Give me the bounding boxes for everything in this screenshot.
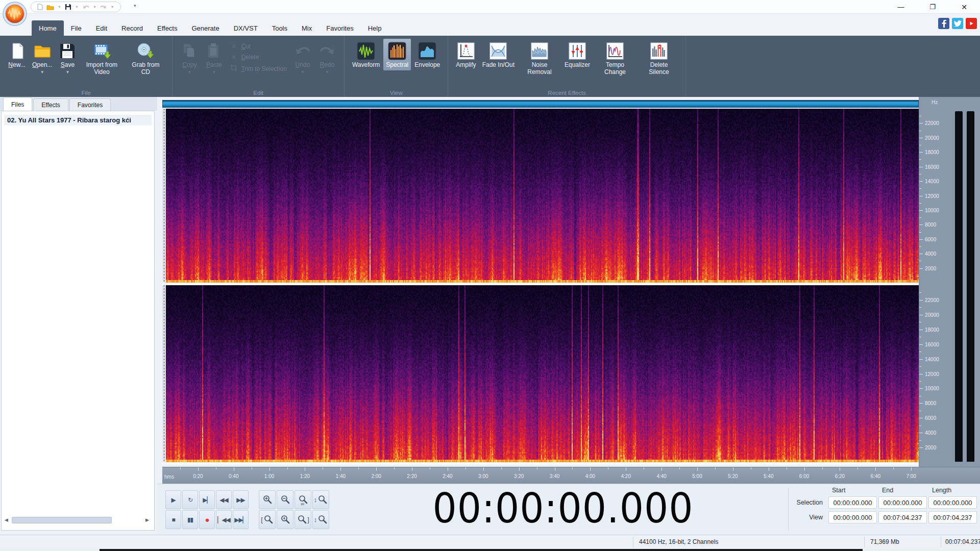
open-small-icon[interactable]	[46, 4, 54, 10]
selection-value-field[interactable]: 00:00:00.000	[928, 496, 977, 509]
scroll-left-arrow-icon[interactable]: ◀	[5, 517, 11, 522]
dropdown-caret-icon[interactable]: ▼	[40, 70, 44, 74]
tab-tools[interactable]: Tools	[265, 20, 295, 36]
tab-mix[interactable]: Mix	[295, 20, 319, 36]
fast-forward-button[interactable]: ▶▶	[233, 490, 249, 509]
tab-help[interactable]: Help	[361, 20, 389, 36]
redo-dropdown-caret[interactable]: ▼	[111, 5, 114, 9]
tab-record[interactable]: Record	[114, 20, 150, 36]
selection-value-field[interactable]: 00:00:00.000	[828, 496, 877, 509]
dropdown-caret-icon[interactable]: ▼	[187, 70, 191, 74]
rewind-button[interactable]: ◀◀	[216, 490, 232, 509]
go-to-end-button[interactable]: ▶▶▏	[233, 510, 249, 529]
dropdown-caret-icon[interactable]: ▼	[212, 70, 216, 74]
ribbon-button-equalizer[interactable]: Equalizer	[562, 39, 593, 70]
dropdown-caret-icon[interactable]: ▼	[301, 70, 305, 74]
new-file-small-icon[interactable]	[37, 4, 43, 10]
ribbon-button-amplify[interactable]: Amplify	[453, 39, 478, 70]
pause-button[interactable]: ▮▮	[182, 510, 198, 529]
dropdown-caret-icon[interactable]: ▼	[65, 70, 69, 74]
app-logo-icon[interactable]	[2, 1, 28, 27]
time-major-tick	[270, 467, 270, 471]
tempo-icon	[606, 40, 624, 62]
spectrogram-left-channel[interactable]	[162, 109, 919, 283]
freq-minor-tick	[919, 440, 921, 441]
redo-small-icon[interactable]	[100, 4, 107, 10]
tab-effects[interactable]: Effects	[150, 20, 185, 36]
ribbon-button-redo[interactable]: Redo▼	[315, 39, 339, 76]
selection-value-field[interactable]: 00:00:00.000	[878, 496, 927, 509]
view-value-field[interactable]: 00:07:04.237	[878, 511, 927, 523]
scroll-right-arrow-icon[interactable]: ▶	[143, 517, 149, 522]
time-major-tick	[697, 467, 698, 471]
record-button[interactable]: ●	[199, 510, 215, 529]
ribbon-button-tempo-change[interactable]: Tempo Change	[594, 39, 636, 78]
ribbon-item-cut[interactable]: ✕Cut	[230, 43, 287, 50]
close-button[interactable]: ✕	[948, 0, 980, 14]
stop-button[interactable]: ■	[165, 510, 181, 529]
ribbon-button-save[interactable]: Save▼	[56, 39, 79, 76]
ribbon-button-envelope[interactable]: Envelope	[412, 39, 443, 70]
minimize-button[interactable]: —	[885, 0, 917, 14]
loop-button[interactable]: ↻	[182, 490, 198, 509]
save-dropdown-caret[interactable]: ▼	[75, 5, 79, 9]
view-value-field[interactable]: 00:07:04.237	[928, 511, 977, 523]
ribbon-button-undo[interactable]: Undo▼	[291, 39, 314, 76]
svg-text:100: 100	[301, 503, 304, 505]
ribbon-button-noise-removal[interactable]: Noise Removal	[518, 39, 561, 78]
zoom-to-selection-button[interactable]	[277, 510, 293, 529]
time-display: 00:00:00.000	[425, 483, 700, 533]
tab-file[interactable]: File	[64, 20, 89, 36]
youtube-icon[interactable]	[966, 18, 977, 29]
ribbon-button-waveform[interactable]: Waveform	[350, 39, 382, 70]
ribbon-button-fade-in-out[interactable]: Fade In/Out	[480, 39, 517, 70]
tab-dx-vst[interactable]: DX/VST	[227, 20, 265, 36]
zoom-vertical-out-button[interactable]: ↕	[312, 510, 329, 529]
go-to-start-button[interactable]: ▏◀◀	[216, 510, 232, 529]
ribbon-item-trim-to-selection[interactable]: Trim to Selection	[230, 64, 287, 73]
ribbon-button-import-from-video[interactable]: Import from Video	[80, 39, 123, 78]
zoom-selection-start-button[interactable]: [	[259, 510, 276, 529]
dropdown-caret-icon[interactable]: ▼	[325, 70, 329, 74]
open-dropdown-caret[interactable]: ▼	[58, 5, 61, 9]
zoom-out-button[interactable]	[277, 490, 293, 509]
zoom-selection-end-button[interactable]: ]	[295, 510, 311, 529]
time-ruler[interactable]: hms 0:200:401:001:201:402:002:202:403:00…	[162, 467, 980, 484]
freq-tick	[919, 196, 923, 196]
file-list-item[interactable]: 02. Yu All Stars 1977 - Ribara starog kć…	[4, 115, 152, 126]
panel-tab-effects[interactable]: Effects	[33, 98, 68, 111]
undo-dropdown-caret[interactable]: ▼	[93, 5, 96, 9]
file-list-hscrollbar[interactable]: ◀ ▶	[5, 516, 149, 524]
twitter-icon[interactable]	[952, 18, 963, 29]
time-minor-tick	[822, 467, 823, 469]
undo-small-icon[interactable]	[82, 4, 89, 10]
ribbon-item-delete[interactable]: ✕Delete	[230, 54, 287, 61]
play-to-next-button[interactable]: ▶▏	[199, 490, 215, 509]
scrollbar-thumb[interactable]	[12, 517, 112, 523]
ribbon-button-paste[interactable]: Paste▼	[202, 39, 226, 76]
restore-button[interactable]: ❐	[917, 0, 948, 14]
panel-tab-favorites[interactable]: Favorites	[69, 98, 111, 111]
customize-quick-access-caret[interactable]: ▾	[134, 3, 136, 8]
ribbon-button-new-[interactable]: New...	[5, 39, 29, 70]
ribbon-button-open-[interactable]: Open...▼	[30, 39, 55, 76]
tab-edit[interactable]: Edit	[89, 20, 114, 36]
tab-favorites[interactable]: Favorites	[319, 20, 360, 36]
view-value-field[interactable]: 00:00:00.000	[828, 511, 877, 523]
ribbon-button-grab-from-cd[interactable]: Grab from CD	[124, 39, 167, 78]
ribbon-button-delete-silence[interactable]: Delete Silence	[638, 39, 680, 78]
zoom-vertical-in-button[interactable]: ↕	[312, 490, 329, 509]
zoom-in-button[interactable]	[259, 490, 276, 509]
tab-generate[interactable]: Generate	[184, 20, 226, 36]
ribbon-button-spectral[interactable]: Spectral	[383, 39, 411, 70]
panel-tab-files[interactable]: Files	[3, 97, 32, 111]
overview-seek-bar[interactable]	[162, 100, 919, 108]
play-button[interactable]: ▶	[165, 490, 181, 509]
zoom-100-button[interactable]: 100	[295, 490, 311, 509]
save-small-icon[interactable]	[65, 4, 71, 10]
ribbon-group-view: WaveformSpectralEnvelopeView	[345, 36, 448, 97]
facebook-icon[interactable]	[938, 18, 949, 29]
ribbon-button-copy[interactable]: Copy▼	[178, 39, 201, 76]
spectrogram-right-channel[interactable]	[162, 285, 919, 462]
tab-home[interactable]: Home	[32, 20, 64, 36]
